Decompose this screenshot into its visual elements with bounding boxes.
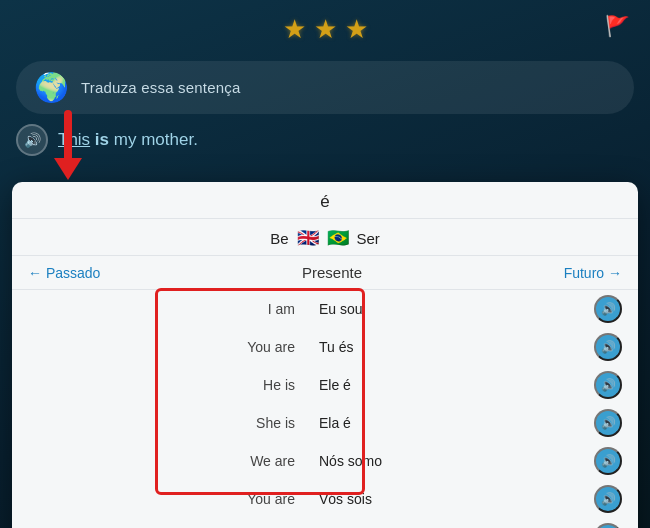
flag-button[interactable]: 🚩	[605, 14, 630, 38]
prompt-row: 🌍 Traduza essa sentença	[16, 61, 634, 114]
popup-subtitle: Be 🇬🇧 🇧🇷 Ser	[12, 219, 638, 256]
conj-pt-1: Tu és	[319, 339, 354, 355]
sentence-row: 🔊 This is my mother.	[16, 124, 634, 156]
flag-uk: 🇬🇧	[297, 227, 319, 249]
conj-en-3: She is	[256, 415, 295, 431]
speaker-icon: 🔊	[24, 132, 41, 148]
conj-pt-3: Ela é	[319, 415, 351, 431]
popup-card: é Be 🇬🇧 🇧🇷 Ser ← Passado Presente Futuro…	[12, 182, 638, 528]
star-3: ★	[345, 14, 368, 45]
conj-row-6: They are Eles são 🔊	[20, 518, 630, 528]
word-mother: mother.	[141, 130, 198, 149]
star-1: ★	[283, 14, 306, 45]
conj-row-3: She is Ela é 🔊	[20, 404, 630, 442]
flag-br: 🇧🇷	[327, 227, 349, 249]
current-tense-label: Presente	[302, 264, 362, 281]
conj-en-4: We are	[250, 453, 295, 469]
sentence-text: This is my mother.	[58, 130, 198, 150]
stars-container: ★ ★ ★	[283, 14, 368, 45]
popup-header: é	[12, 182, 638, 219]
conj-speaker-3[interactable]: 🔊	[594, 409, 622, 437]
conj-pt-2: Ele é	[319, 377, 351, 393]
word-this: This	[58, 130, 90, 149]
conj-row-4: We are Nós somo 🔊	[20, 442, 630, 480]
conj-speaker-6[interactable]: 🔊	[594, 523, 622, 528]
conj-row-1: You are Tu és 🔊	[20, 328, 630, 366]
conj-speaker-1[interactable]: 🔊	[594, 333, 622, 361]
subtitle-pt: Ser	[357, 230, 380, 247]
sentence-speaker-button[interactable]: 🔊	[16, 124, 48, 156]
conj-en-0: I am	[268, 301, 295, 317]
word-is: is	[95, 130, 109, 149]
conj-en-5: You are	[247, 491, 295, 507]
subtitle-en: Be	[270, 230, 288, 247]
conj-row-5: You are Vós sois 🔊	[20, 480, 630, 518]
conj-pt-0: Eu sou	[319, 301, 363, 317]
next-tense-button[interactable]: Futuro →	[564, 265, 622, 281]
star-2: ★	[314, 14, 337, 45]
conjugation-block: I am Eu sou 🔊 You are Tu és 🔊 He is Ele …	[12, 290, 638, 528]
conj-en-1: You are	[247, 339, 295, 355]
conj-pt-4: Nós somo	[319, 453, 382, 469]
conj-speaker-0[interactable]: 🔊	[594, 295, 622, 323]
prompt-text: Traduza essa sentença	[81, 79, 241, 96]
conj-en-2: He is	[263, 377, 295, 393]
conj-speaker-2[interactable]: 🔊	[594, 371, 622, 399]
nav-row: ← Passado Presente Futuro →	[12, 256, 638, 290]
conj-speaker-5[interactable]: 🔊	[594, 485, 622, 513]
conj-row-2: He is Ele é 🔊	[20, 366, 630, 404]
conj-row-0: I am Eu sou 🔊	[20, 290, 630, 328]
top-bar: ★ ★ ★ 🚩	[0, 0, 650, 55]
conj-speaker-4[interactable]: 🔊	[594, 447, 622, 475]
globe-icon: 🌍	[34, 71, 69, 104]
word-my: my	[114, 130, 137, 149]
prev-tense-button[interactable]: ← Passado	[28, 265, 100, 281]
conj-pt-5: Vós sois	[319, 491, 372, 507]
